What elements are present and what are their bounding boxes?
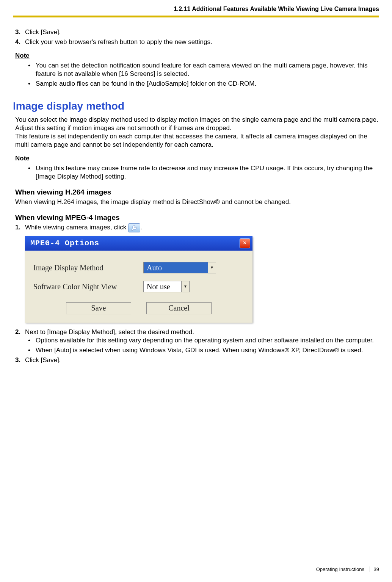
step-number: 3. bbox=[15, 28, 20, 36]
note2-item: Using this feature may cause frame rate … bbox=[36, 164, 379, 181]
step-text: Click [Save]. bbox=[25, 28, 61, 36]
night-view-value: Not use bbox=[144, 281, 181, 292]
step-text: Next to [Image Display Method], select t… bbox=[25, 328, 194, 336]
save-button[interactable]: Save bbox=[66, 302, 131, 314]
wrench-icon[interactable] bbox=[128, 223, 140, 232]
note1-list: You can set the detection notification s… bbox=[15, 61, 379, 88]
dialog-body: Image Display Method Auto ▾ Software Col… bbox=[25, 251, 252, 323]
step-number: 3. bbox=[15, 356, 20, 364]
top-steps-list: 3. Click [Save]. 4. Click your web brows… bbox=[15, 28, 379, 46]
bottom-steps-list: 2. Next to [Image Display Method], selec… bbox=[15, 328, 379, 364]
dialog-row-night-view: Software Color Night View Not use ▾ bbox=[33, 281, 244, 292]
step-number: 1. bbox=[15, 223, 20, 232]
note-heading: Note bbox=[15, 154, 379, 163]
mpeg4-options-dialog: MPEG-4 Options ✕ Image Display Method Au… bbox=[25, 236, 252, 323]
night-view-label: Software Color Night View bbox=[33, 282, 143, 292]
intro-paragraph: You can select the image display method … bbox=[15, 116, 379, 149]
step2-bullets: Options available for this setting vary … bbox=[25, 336, 379, 355]
mpeg4-heading: When viewing MPEG-4 images bbox=[15, 213, 379, 223]
note1-item: Sample audio files can be found in the [… bbox=[36, 80, 379, 88]
step-number: 2. bbox=[15, 328, 20, 336]
h264-text: When viewing H.264 images, the image dis… bbox=[15, 198, 379, 206]
step-text: Click your web browser's refresh button … bbox=[25, 38, 212, 45]
footer-page-number: 39 bbox=[374, 566, 379, 572]
close-icon[interactable]: ✕ bbox=[240, 238, 250, 248]
step-number: 4. bbox=[15, 38, 20, 46]
step-3: 3. Click [Save]. bbox=[25, 28, 379, 36]
step-text: Click [Save]. bbox=[25, 356, 61, 364]
step-text-prefix: While viewing camera images, click bbox=[25, 224, 128, 231]
footer-separator bbox=[370, 566, 370, 572]
step-2: 2. Next to [Image Display Method], selec… bbox=[25, 328, 379, 355]
dialog-buttons: Save Cancel bbox=[33, 302, 244, 314]
step-text-suffix: . bbox=[140, 224, 142, 231]
dropdown-arrow-icon: ▾ bbox=[208, 262, 216, 273]
h264-heading: When viewing H.264 images bbox=[15, 188, 379, 197]
night-view-select[interactable]: Not use ▾ bbox=[143, 281, 190, 292]
header-section-ref: 1.2.11 Additional Features Available Whi… bbox=[13, 0, 379, 16]
note1-item: You can set the detection notification s… bbox=[36, 61, 379, 78]
step-3b: 3. Click [Save]. bbox=[25, 356, 379, 364]
step2-bullet: Options available for this setting vary … bbox=[36, 336, 379, 345]
mpeg4-steps-list: 1. While viewing camera images, click . bbox=[15, 223, 379, 232]
page: 1.2.11 Additional Features Available Whi… bbox=[0, 0, 392, 582]
step2-bullet: When [Auto] is selected when using Windo… bbox=[36, 346, 379, 355]
note2-list: Using this feature may cause frame rate … bbox=[15, 164, 379, 181]
note-heading: Note bbox=[15, 52, 379, 60]
dialog-titlebar: MPEG-4 Options ✕ bbox=[25, 236, 252, 251]
footer: Operating Instructions 39 bbox=[316, 566, 379, 573]
mpeg4-step-1: 1. While viewing camera images, click . bbox=[25, 223, 379, 232]
separator-line bbox=[13, 16, 379, 17]
dropdown-arrow-icon: ▾ bbox=[181, 281, 189, 292]
image-display-select[interactable]: Auto ▾ bbox=[143, 262, 216, 273]
content-area: 3. Click [Save]. 4. Click your web brows… bbox=[13, 28, 379, 364]
image-display-label: Image Display Method bbox=[33, 263, 143, 273]
section-title: Image display method bbox=[13, 99, 379, 113]
dialog-row-image-display: Image Display Method Auto ▾ bbox=[33, 262, 244, 273]
cancel-button[interactable]: Cancel bbox=[146, 302, 212, 314]
dialog-title: MPEG-4 Options bbox=[30, 238, 99, 248]
footer-doc-name: Operating Instructions bbox=[316, 566, 364, 572]
image-display-value: Auto bbox=[144, 262, 208, 273]
step-4: 4. Click your web browser's refresh butt… bbox=[25, 38, 379, 46]
